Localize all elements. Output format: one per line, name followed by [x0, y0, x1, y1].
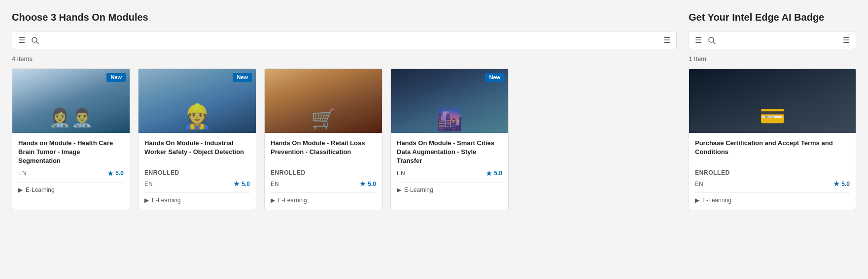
card-cities-new-badge: New	[485, 73, 504, 82]
card-worker-play-icon: ▶	[144, 197, 149, 204]
left-filter-icon[interactable]: ☰	[18, 35, 25, 45]
left-section: Choose 3 Hands On Modules ☰ ☰ 4 items Ne…	[12, 12, 677, 210]
card-cities-footer: ▶ E-Learning	[397, 182, 502, 193]
left-search-icon[interactable]	[31, 36, 39, 44]
card-worker-enrolled: ENROLLED	[144, 169, 250, 176]
card-retail-enrolled: ENROLLED	[271, 169, 376, 176]
left-sort-icon[interactable]: ☰	[663, 35, 670, 45]
card-cert-lang: EN	[695, 181, 703, 187]
card-health-footer: ▶ E-Learning	[18, 182, 124, 193]
card-worker-star-icon: ★	[234, 180, 240, 187]
right-filter-icon[interactable]: ☰	[695, 35, 702, 45]
card-health-title: Hands on Module - Health Care Brain Tumo…	[18, 139, 124, 166]
card-cert-image	[689, 69, 856, 133]
card-cert-footer: ▶ E-Learning	[695, 192, 850, 204]
card-worker-footer: ▶ E-Learning	[144, 192, 250, 204]
card-worker-image: New	[139, 69, 256, 133]
card-health-rating: ★ 5.0	[107, 170, 124, 177]
card-retail-title: Hands On Module - Retail Loss Prevention…	[271, 139, 376, 165]
right-section-title: Get Your Intel Edge AI Badge	[689, 12, 856, 23]
card-cities-body: Hands On Module - Smart Cities Data Augm…	[391, 133, 508, 210]
card-health-meta: EN ★ 5.0	[18, 170, 124, 177]
card-retail-play-icon: ▶	[271, 197, 275, 204]
card-cert-title: Purchase Certification and Accept Terms …	[695, 139, 850, 165]
card-health-star-icon: ★	[107, 170, 113, 177]
card-cert-body: Purchase Certification and Accept Terms …	[689, 133, 856, 210]
card-cert-rating: ★ 5.0	[833, 180, 850, 187]
left-items-count: 4 items	[12, 55, 677, 62]
page-container: Choose 3 Hands On Modules ☰ ☰ 4 items Ne…	[0, 0, 868, 222]
card-health[interactable]: New Hands on Module - Health Care Brain …	[12, 68, 130, 210]
card-cities-title: Hands On Module - Smart Cities Data Augm…	[397, 139, 502, 166]
card-cities[interactable]: New Hands On Module - Smart Cities Data …	[390, 68, 509, 210]
right-section: Get Your Intel Edge AI Badge ☰ ☰ 1 Item …	[689, 12, 856, 210]
card-health-new-badge: New	[106, 73, 126, 82]
left-section-title: Choose 3 Hands On Modules	[12, 12, 677, 23]
svg-line-3	[713, 42, 715, 44]
card-retail-star-icon: ★	[360, 180, 366, 187]
right-cards-grid: Purchase Certification and Accept Terms …	[689, 68, 856, 210]
card-health-image: New	[12, 69, 130, 133]
card-worker-lang: EN	[144, 181, 153, 187]
card-retail[interactable]: Hands On Module - Retail Loss Prevention…	[264, 68, 382, 210]
card-cert-type: E-Learning	[702, 197, 731, 204]
card-retail-image	[265, 69, 382, 133]
card-health-play-icon: ▶	[18, 186, 23, 193]
right-search-input[interactable]	[722, 36, 837, 44]
card-cert-meta: EN ★ 5.0	[695, 180, 850, 187]
card-retail-rating: ★ 5.0	[360, 180, 376, 187]
right-toolbar: ☰ ☰	[689, 31, 856, 49]
card-cities-star-icon: ★	[486, 170, 492, 177]
right-items-count: 1 Item	[689, 55, 856, 62]
card-retail-body: Hands On Module - Retail Loss Prevention…	[265, 133, 382, 210]
card-worker-title: Hands On Module - Industrial Worker Safe…	[144, 139, 250, 165]
card-cities-type: E-Learning	[404, 186, 433, 193]
left-toolbar: ☰ ☰	[12, 31, 677, 49]
right-sort-icon[interactable]: ☰	[843, 35, 850, 45]
card-cert-enrolled: ENROLLED	[695, 169, 850, 176]
card-health-body: Hands on Module - Health Care Brain Tumo…	[12, 133, 130, 210]
card-retail-type: E-Learning	[278, 197, 307, 204]
left-cards-grid: New Hands on Module - Health Care Brain …	[12, 68, 677, 210]
card-cities-meta: EN ★ 5.0	[397, 170, 502, 177]
card-cities-lang: EN	[397, 170, 405, 177]
card-cert-play-icon: ▶	[695, 197, 699, 204]
card-retail-meta: EN ★ 5.0	[271, 180, 376, 187]
card-retail-lang: EN	[271, 181, 279, 187]
card-worker[interactable]: New Hands On Module - Industrial Worker …	[138, 68, 256, 210]
card-cities-play-icon: ▶	[397, 186, 401, 193]
card-worker-rating: ★ 5.0	[234, 180, 250, 187]
card-worker-body: Hands On Module - Industrial Worker Safe…	[139, 133, 256, 210]
card-health-type: E-Learning	[26, 186, 55, 193]
svg-line-1	[36, 42, 38, 44]
left-search-input[interactable]	[45, 36, 658, 44]
card-worker-meta: EN ★ 5.0	[144, 180, 250, 187]
card-worker-type: E-Learning	[152, 197, 181, 204]
card-cert-star-icon: ★	[833, 180, 839, 187]
card-cert[interactable]: Purchase Certification and Accept Terms …	[689, 68, 856, 210]
right-search-icon[interactable]	[708, 36, 716, 44]
card-cities-rating: ★ 5.0	[486, 170, 502, 177]
card-retail-footer: ▶ E-Learning	[271, 192, 376, 204]
card-cities-image: New	[391, 69, 508, 133]
card-worker-new-badge: New	[233, 73, 252, 82]
card-health-lang: EN	[18, 170, 27, 177]
